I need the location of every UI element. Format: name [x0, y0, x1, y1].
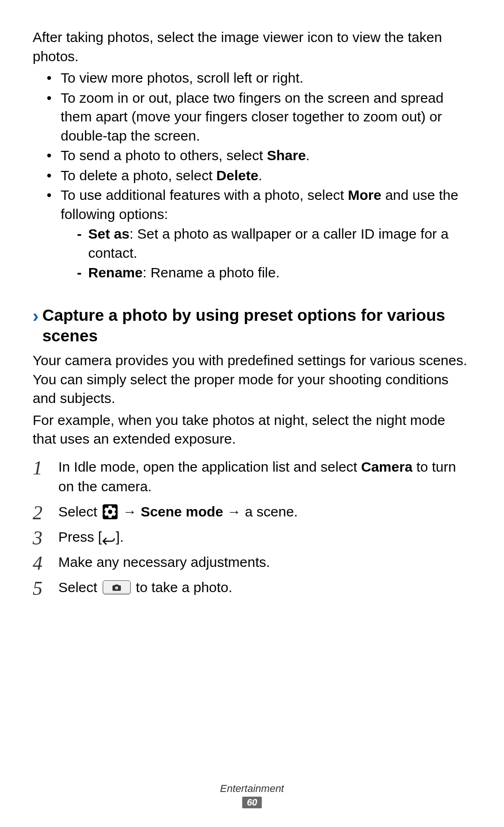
text: To use additional features with a photo,…	[61, 187, 348, 203]
page-content: After taking photos, select the image vi…	[0, 0, 504, 597]
bold-text: Set as	[88, 226, 129, 241]
bold-text: More	[348, 187, 381, 203]
text: to take a photo.	[132, 580, 232, 595]
text: In Idle mode, open the application list …	[58, 459, 361, 474]
camera-icon	[103, 580, 131, 594]
text: To delete a photo, select	[61, 168, 217, 183]
step-item: Press [].	[33, 527, 471, 547]
svg-point-0	[115, 586, 118, 589]
text: Select	[58, 580, 101, 595]
text: Select	[58, 504, 101, 519]
text: →	[223, 504, 245, 519]
section-heading: › Capture a photo by using preset option…	[33, 305, 471, 347]
body-paragraph: For example, when you take photos at nig…	[33, 411, 471, 449]
dash-list: Set as: Set a photo as wallpaper or a ca…	[61, 225, 471, 283]
intro-paragraph: After taking photos, select the image vi…	[33, 28, 471, 66]
bullet-item: To send a photo to others, select Share.	[47, 146, 471, 165]
bold-text: Scene mode	[140, 504, 223, 519]
text: →	[119, 504, 141, 519]
settings-icon	[103, 504, 118, 519]
text: To send a photo to others, select	[61, 148, 267, 163]
back-icon	[102, 532, 116, 542]
bullet-item: To view more photos, scroll left or righ…	[47, 69, 471, 88]
bullet-item: To delete a photo, select Delete.	[47, 166, 471, 185]
step-item: In Idle mode, open the application list …	[33, 457, 471, 496]
page-number: 60	[242, 797, 262, 808]
step-item: Select to take a photo.	[33, 578, 471, 597]
text: Press [	[58, 529, 102, 544]
text: .	[306, 148, 309, 163]
bold-text: Camera	[361, 459, 413, 474]
text: : Rename a photo file.	[143, 265, 280, 280]
numbered-steps: In Idle mode, open the application list …	[33, 457, 471, 597]
dash-item: Rename: Rename a photo file.	[77, 263, 471, 283]
bold-text: Delete	[217, 168, 259, 183]
step-item: Select → Scene mode → a scene.	[33, 502, 471, 522]
dash-item: Set as: Set a photo as wallpaper or a ca…	[77, 225, 471, 262]
text: : Set a photo as wallpaper or a caller I…	[88, 226, 448, 261]
footer-section-label: Entertainment	[220, 783, 284, 795]
body-paragraph: Your camera provides you with predefined…	[33, 351, 471, 408]
bold-text: Rename	[88, 265, 143, 280]
bold-text: Share	[267, 148, 306, 163]
page-footer: Entertainment 60	[0, 783, 504, 808]
chevron-icon: ›	[33, 305, 39, 328]
text: ].	[116, 529, 124, 544]
bullet-list: To view more photos, scroll left or righ…	[33, 69, 471, 283]
text: .	[259, 168, 262, 183]
bullet-item: To zoom in or out, place two fingers on …	[47, 89, 471, 146]
text: a scene.	[245, 504, 298, 519]
bullet-item: To use additional features with a photo,…	[47, 186, 471, 283]
heading-text: Capture a photo by using preset options …	[42, 305, 471, 347]
step-item: Make any necessary adjustments.	[33, 552, 471, 572]
